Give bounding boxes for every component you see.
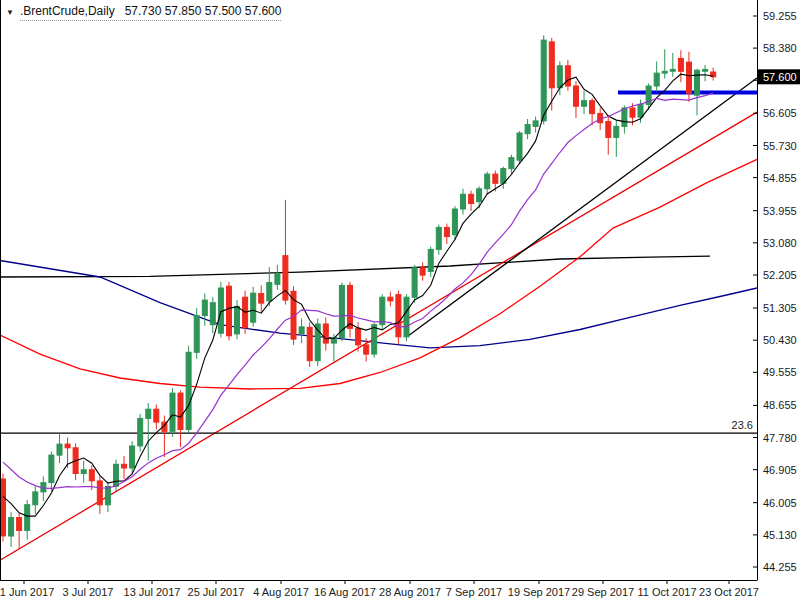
candle-body <box>582 101 587 107</box>
candle-body <box>33 492 38 505</box>
candle-body <box>485 174 490 189</box>
y-axis-label: 58.380 <box>763 42 797 54</box>
candle-body <box>130 446 135 468</box>
candle-body <box>614 126 619 137</box>
candle-body <box>372 325 377 354</box>
candle-body <box>461 194 466 209</box>
candle-body <box>259 294 264 304</box>
candle-body <box>574 86 579 106</box>
y-axis-label: 52.205 <box>763 269 797 281</box>
candle-body <box>557 66 562 88</box>
y-axis-label: 46.905 <box>763 464 797 476</box>
candle-body <box>670 69 675 71</box>
candle-body <box>170 393 175 431</box>
candle-body <box>388 297 393 301</box>
price-chart-canvas[interactable]: 23.659.25558.38057.50556.60555.73054.855… <box>0 0 800 600</box>
y-axis-label: 47.780 <box>763 432 797 444</box>
ma-mid-purple-line <box>3 93 713 488</box>
candle-body <box>380 297 385 325</box>
current-price-label: 57.600 <box>763 71 797 83</box>
candle-body <box>469 194 474 203</box>
candle-body <box>1 479 6 536</box>
x-axis-label: 16 Aug 2017 <box>314 586 376 598</box>
candle-body <box>348 285 353 328</box>
candle-body <box>227 286 232 336</box>
candle-body <box>25 505 30 531</box>
y-axis-label: 56.605 <box>763 107 797 119</box>
ma100-navy-line <box>0 261 757 348</box>
candle-body <box>452 209 457 235</box>
candle-body <box>202 300 207 315</box>
candle-body <box>703 69 708 71</box>
x-axis-label: 11 Oct 2017 <box>637 586 696 598</box>
candle-body <box>356 328 361 345</box>
candle-body <box>122 464 127 468</box>
candle-body <box>186 352 191 429</box>
y-axis-label: 51.305 <box>763 302 797 314</box>
candle-body <box>154 409 159 422</box>
candle-body <box>267 283 272 301</box>
candle-body <box>606 122 611 138</box>
x-axis-label: 23 Oct 2017 <box>699 586 759 598</box>
candle-body <box>678 58 683 71</box>
candle-body <box>146 409 151 418</box>
candle-body <box>251 293 256 322</box>
x-axis-label: 3 Jul 2017 <box>63 586 114 598</box>
symbol-dropdown-icon[interactable]: ▼ <box>6 9 14 17</box>
candle-body <box>105 486 110 504</box>
y-axis-label: 53.955 <box>763 205 797 217</box>
chart-title-bar: ▼ .BrentCrude,Daily 57.730 57.850 57.500… <box>6 4 281 21</box>
y-axis-label: 53.080 <box>763 237 797 249</box>
x-axis-label: 19 Sep 2017 <box>508 586 570 598</box>
candle-body <box>533 121 538 127</box>
ma-fast-black-line <box>3 74 713 516</box>
candle-body <box>275 273 280 284</box>
x-axis-label: 21 Jun 2017 <box>0 586 54 598</box>
candle-body <box>412 268 417 297</box>
candle-body <box>493 174 498 183</box>
candle-body <box>9 518 14 536</box>
ma50-red-line <box>0 159 757 389</box>
candle-body <box>364 345 369 354</box>
x-axis-label: 25 Jul 2017 <box>188 586 245 598</box>
fast-ma-layer <box>3 74 713 516</box>
y-axis-label: 55.730 <box>763 140 797 152</box>
candle-body <box>525 125 530 134</box>
ma200-black-line <box>0 256 710 277</box>
candle-body <box>17 518 22 531</box>
candle-body <box>396 295 401 337</box>
x-axis-label: 28 Aug 2017 <box>379 586 441 598</box>
candle-body <box>428 249 433 271</box>
fib-level-label: 23.6 <box>732 419 753 431</box>
candle-body <box>549 42 554 88</box>
candle-body <box>509 158 514 169</box>
y-axis-label: 48.655 <box>763 399 797 411</box>
candle-body <box>89 470 94 481</box>
candle-body <box>420 268 425 275</box>
candle-body <box>662 71 667 73</box>
candle-body <box>565 66 570 86</box>
candle-body <box>235 306 240 334</box>
chart-window: ▼ .BrentCrude,Daily 57.730 57.850 57.500… <box>0 0 800 600</box>
y-axis-label: 49.555 <box>763 366 797 378</box>
background-overlays: 23.6 <box>0 78 757 560</box>
y-axis-label: 59.255 <box>763 10 797 22</box>
candle-body <box>65 444 70 448</box>
red-uptrend-trendline <box>0 112 757 560</box>
symbol-name: .BrentCrude,Daily <box>20 4 115 18</box>
candle-body <box>194 316 199 353</box>
y-axis-label: 45.130 <box>763 529 797 541</box>
candle-body <box>687 62 692 93</box>
y-axis-label: 50.430 <box>763 334 797 346</box>
candle-body <box>138 418 143 446</box>
candle-body <box>517 133 522 160</box>
candle-body <box>695 70 700 95</box>
x-axis-label: 7 Sep 2017 <box>446 586 502 598</box>
candle-body <box>97 481 102 505</box>
ohlc-values: 57.730 57.850 57.500 57.600 <box>125 4 282 18</box>
x-axis-label: 13 Jul 2017 <box>124 586 181 598</box>
y-axis-label: 46.005 <box>763 497 797 509</box>
x-axis-label: 4 Aug 2017 <box>253 586 309 598</box>
y-axis-label: 44.255 <box>763 561 797 573</box>
candle-body <box>590 101 595 114</box>
